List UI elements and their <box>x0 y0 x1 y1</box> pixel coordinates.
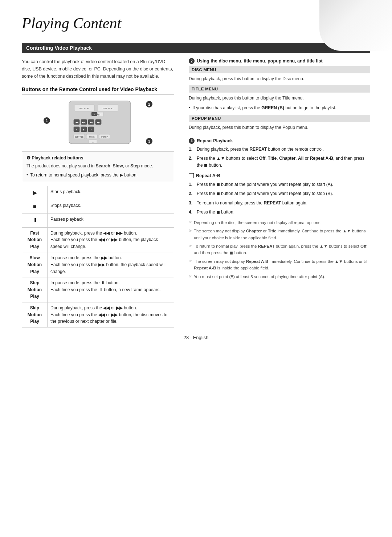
table-cell-label: StepMotionPlay <box>22 277 48 302</box>
disc-menu-body: During playback, press this button to di… <box>189 76 370 82</box>
num-2-inline: 2 <box>189 58 195 64</box>
svg-text:▶: ▶ <box>83 129 85 131</box>
page-wrapper: Playing Content Controlling Video Playba… <box>0 0 392 362</box>
right-column: 2 Using the disc menu, title menu, popup… <box>189 58 370 328</box>
section3-heading: 3 Repeat Playback <box>189 138 370 144</box>
svg-text:▶▶: ▶▶ <box>97 121 100 123</box>
section2: 2 Using the disc menu, title menu, popup… <box>189 58 370 131</box>
sub-section-title: Buttons on the Remote Control used for V… <box>22 86 174 95</box>
bullet-dot: • <box>26 172 28 178</box>
repeat-steps-list: 1. During playback, press the REPEAT but… <box>189 146 370 169</box>
remote-control-illustration: DISC MENU TITLE MENU POPUP 0 |◀◀ ▶▶| <box>22 99 174 146</box>
svg-text:⌂: ⌂ <box>92 141 93 143</box>
list-item-text: During playback, press the REPEAT button… <box>197 146 324 153</box>
table-row: StepMotionPlay In pause mode, press the … <box>22 277 174 302</box>
svg-text:|◀◀: |◀◀ <box>75 121 78 123</box>
svg-text:HOME: HOME <box>89 136 95 138</box>
section3-heading-text: Repeat Playback <box>197 138 233 143</box>
repeat-ab-label: Repeat A-B <box>196 173 220 178</box>
playback-table: ▶ Starts playback. ■ Stops playback. ⏸ P… <box>22 186 174 328</box>
section2-heading-text: Using the disc menu, title menu, popup m… <box>197 58 323 64</box>
table-cell-desc: In pause mode, press the ▶▶ button.Each … <box>48 252 174 277</box>
table-row: ⏸ Pauses playback. <box>22 213 174 227</box>
table-cell-icon: ⏸ <box>22 213 48 227</box>
list-item: 1. During playback, press the REPEAT but… <box>189 146 370 153</box>
table-cell-icon: ▶ <box>22 186 48 200</box>
bullet-dot: • <box>189 105 190 111</box>
list-item-num: 4. <box>189 209 194 216</box>
title-menu-bullet-text: If your disc has a playlist, press the G… <box>192 105 336 111</box>
checkbox-icon <box>189 173 194 178</box>
list-item-text: To return to normal play, press the REPE… <box>197 200 307 207</box>
table-cell-desc: In pause mode, press the ⏸ button.Each t… <box>48 277 174 302</box>
list-item: 2. Press the ◼ button at the point where… <box>189 190 370 197</box>
num-label-2: 2 <box>146 101 152 107</box>
svg-text:▶▶|: ▶▶| <box>82 121 85 123</box>
svg-text:TITLE MENU: TITLE MENU <box>102 107 113 110</box>
list-item-num: 1. <box>189 146 194 153</box>
repeat-ab-section: Repeat A-B 1. Press the ◼ button at the … <box>189 173 370 216</box>
note-line: The screen may not display Chapter or Ti… <box>189 228 370 241</box>
table-cell-icon: ■ <box>22 200 48 213</box>
two-column-layout: You can control the playback of video co… <box>22 58 370 328</box>
svg-text:POPUP: POPUP <box>101 136 108 138</box>
num-label-3: 3 <box>146 138 152 145</box>
table-row: ■ Stops playback. <box>22 200 174 213</box>
svg-text:■: ■ <box>76 129 77 131</box>
list-item: 2. Press the ▲▼ buttons to select Off, T… <box>189 155 370 169</box>
section3: 3 Repeat Playback 1. During playback, pr… <box>189 138 370 286</box>
note-line: Depending on the disc, the screen may no… <box>189 219 370 226</box>
list-item-text: Press the ▲▼ buttons to select Off, Titl… <box>197 155 370 169</box>
table-cell-desc: Pauses playback. <box>48 213 174 227</box>
note-line: To return to normal play, press the REPE… <box>189 243 370 256</box>
table-row: ▶ Starts playback. <box>22 186 174 200</box>
note-line: The screen may not display Repeat A-B im… <box>189 258 370 272</box>
list-item: 1. Press the ◼ button at the point where… <box>189 181 370 188</box>
table-cell-desc: During playback, press the ◀◀ or ▶▶ butt… <box>48 227 174 252</box>
table-cell-desc: Starts playback. <box>48 186 174 200</box>
svg-text:SUBTITLE: SUBTITLE <box>75 136 84 138</box>
table-row: FastMotionPlay During playback, press th… <box>22 227 174 252</box>
svg-text:0: 0 <box>94 113 95 115</box>
table-cell-label: FastMotionPlay <box>22 227 48 252</box>
num-label-1: 1 <box>44 117 50 124</box>
list-item-num: 2. <box>189 155 194 169</box>
playback-buttons-note: ❶ Playback related buttons The product d… <box>22 151 174 182</box>
table-cell-label: SlowMotionPlay <box>22 252 48 277</box>
table-row: SkipMotionPlay During playback, press th… <box>22 302 174 327</box>
page-title: Playing Content <box>22 15 370 32</box>
list-item-num: 2. <box>189 190 194 197</box>
intro-paragraph: You can control the playback of video co… <box>22 58 174 80</box>
popup-menu-body: During playback, press this button to di… <box>189 124 370 131</box>
table-row: SlowMotionPlay In pause mode, press the … <box>22 252 174 277</box>
disc-menu-heading: DISC MENU <box>189 66 370 73</box>
svg-text:DISC MENU: DISC MENU <box>79 107 89 110</box>
list-item: 3. To return to normal play, press the R… <box>189 200 370 207</box>
left-column: You can control the playback of video co… <box>22 58 174 328</box>
list-item-text: Press the ◼ button. <box>197 209 234 216</box>
title-menu-heading: TITLE MENU <box>189 85 370 93</box>
bullet-item: • To return to normal speed playback, pr… <box>26 172 170 178</box>
repeat-ab-title: Repeat A-B <box>189 173 370 178</box>
note-title: ❶ Playback related buttons <box>26 155 170 160</box>
list-item-text: Press the ◼ button at the point where yo… <box>197 190 333 197</box>
table-cell-desc: During playback, press the ◀◀ or ▶▶ butt… <box>48 302 174 327</box>
note-body: The product does not play sound in Searc… <box>26 163 170 170</box>
page-number: 28 - English <box>22 335 370 340</box>
repeat-ab-list: 1. Press the ◼ button at the point where… <box>189 181 370 216</box>
table-cell-label: SkipMotionPlay <box>22 302 48 327</box>
note-line: You must set point (B) at least 5 second… <box>189 273 370 280</box>
bullet-text: To return to normal speed playback, pres… <box>30 172 138 178</box>
remote-svg-wrap: DISC MENU TITLE MENU POPUP 0 |◀◀ ▶▶| <box>47 99 149 146</box>
list-item-num: 1. <box>189 181 194 188</box>
svg-text:◀◀: ◀◀ <box>90 121 93 123</box>
num-3-inline: 3 <box>189 138 195 144</box>
popup-menu-heading: POPUP MENU <box>189 115 370 122</box>
title-menu-bullet: • If your disc has a playlist, press the… <box>189 105 370 111</box>
remote-svg: DISC MENU TITLE MENU POPUP 0 |◀◀ ▶▶| <box>47 99 149 146</box>
title-menu-body: During playback, press this button to di… <box>189 95 370 102</box>
list-item: 4. Press the ◼ button. <box>189 209 370 216</box>
section2-heading: 2 Using the disc menu, title menu, popup… <box>189 58 370 64</box>
notes-section: Depending on the disc, the screen may no… <box>189 219 370 280</box>
section-heading: Controlling Video Playback <box>22 43 370 53</box>
